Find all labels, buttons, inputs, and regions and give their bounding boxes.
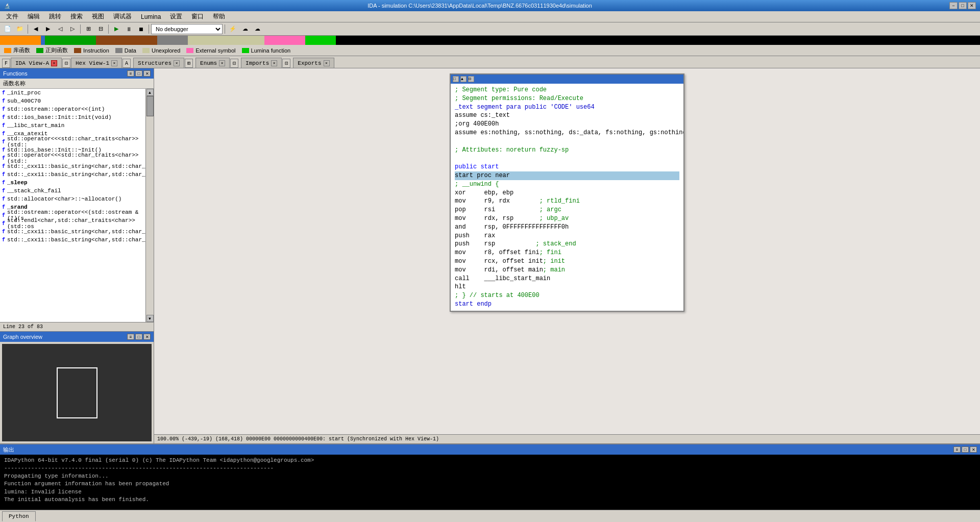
close-button[interactable]: ✕	[968, 2, 976, 9]
nav-bar	[0, 36, 980, 45]
functions-list[interactable]: f_init_procfsub_400C70fstd::ostream::ope…	[0, 89, 145, 322]
code-content[interactable]: ; Segment type: Pure code ; Segment perm…	[451, 84, 683, 311]
legend-unexplored-color	[142, 48, 150, 53]
toolbar-forward2[interactable]: ▷	[67, 24, 78, 34]
menu-item-搜索[interactable]: 搜索	[66, 11, 87, 22]
function-item[interactable]: fstd::_cxx11::basic_string<char,std::cha…	[0, 162, 145, 170]
menu-item-Lumina[interactable]: Lumina	[137, 12, 165, 21]
tab-imports-close[interactable]: ✕	[271, 60, 277, 66]
menu-item-跳转[interactable]: 跳转	[45, 11, 65, 22]
menu-item-调试器[interactable]: 调试器	[109, 11, 136, 22]
function-item[interactable]: fstd::allocator<char>::~allocator()	[0, 195, 145, 203]
imports-icon[interactable]: ⊡	[282, 59, 290, 68]
function-item[interactable]: f_init_proc	[0, 89, 145, 97]
tab-ida-view[interactable]: IDA View-A ✕	[11, 58, 62, 68]
toolbar-btn1[interactable]: ⊞	[83, 24, 94, 34]
code-window-icon3[interactable]: ⊟	[468, 76, 474, 82]
functions-scrollbar[interactable]: ▲ ▼	[145, 89, 154, 322]
toolbar-pause[interactable]: ⏸	[123, 24, 134, 34]
function-item[interactable]: fstd::_cxx11::basic_string<char,std::cha…	[0, 228, 145, 236]
code-comment-7: ; ubp_av	[540, 214, 569, 223]
structures-icon[interactable]: ⊞	[185, 59, 193, 68]
menu-item-窗口[interactable]: 窗口	[187, 11, 208, 22]
toolbar-back[interactable]: ◀	[30, 24, 41, 34]
function-icon: f	[2, 107, 5, 112]
tab-structures-close[interactable]: ✕	[174, 60, 180, 66]
functions-panel-close[interactable]: ✕	[143, 70, 151, 77]
functions-icon[interactable]: F	[2, 59, 10, 68]
functions-panel-settings[interactable]: ≡	[127, 70, 134, 77]
menu-item-视图[interactable]: 视图	[88, 11, 108, 22]
ida-view-icon[interactable]: ⊡	[62, 59, 70, 68]
code-comment-8: ; stack_end	[535, 240, 576, 248]
legend-data-label: Data	[125, 47, 136, 54]
output-panel-close[interactable]: ✕	[970, 446, 977, 453]
function-item[interactable]: fstd::ostream::operator<<(int)	[0, 105, 145, 113]
function-item[interactable]: fstd::operator<<<std::char_traits<char>>…	[0, 154, 145, 162]
code-window-icon2[interactable]: ▲	[460, 76, 467, 82]
menu-item-文件[interactable]: 文件	[2, 11, 22, 22]
enums-icon[interactable]: ⊡	[230, 59, 238, 68]
title-text: IDA - simulation C:\Users\23831\AppData\…	[368, 3, 592, 9]
function-item[interactable]: fstd::endl<char,std::char_traits<char>>(…	[0, 219, 145, 228]
python-tab[interactable]: Python	[2, 511, 36, 521]
function-icon: f	[2, 180, 5, 186]
toolbar-run[interactable]: ▶	[111, 24, 122, 34]
function-item[interactable]: fstd::operator<<<std::char_traits<char>>…	[0, 138, 145, 146]
scroll-thumb[interactable]	[146, 96, 154, 116]
minimize-button[interactable]: −	[949, 2, 958, 9]
output-area[interactable]: IDAPython 64-bit v7.4.0 final (serial 0)…	[0, 455, 980, 510]
toolbar-lumina1[interactable]: ⚡	[227, 24, 238, 34]
toolbar-new[interactable]: 📄	[2, 24, 13, 34]
tab-hex-view-close[interactable]: ✕	[111, 60, 117, 66]
functions-panel-buttons: ≡ □ ✕	[127, 70, 151, 77]
function-item[interactable]: fstd::_cxx11::basic_string<char,std::cha…	[0, 170, 145, 179]
code-comment-6: ; argc	[540, 206, 561, 214]
graph-panel-float[interactable]: □	[135, 334, 142, 340]
tab-exports-close[interactable]: ✕	[324, 60, 330, 66]
debugger-select[interactable]: No debugger	[151, 24, 223, 34]
tab-imports[interactable]: Imports ✕	[241, 58, 282, 68]
legend-bar: 库函数 正则函数 Instruction Data Unexplored Ext…	[0, 45, 980, 56]
code-line-9	[455, 154, 679, 163]
toolbar-open[interactable]: 📁	[14, 24, 26, 34]
menu-item-编辑[interactable]: 编辑	[23, 11, 44, 22]
tab-enums-close[interactable]: ✕	[219, 60, 225, 66]
menu-item-设置[interactable]: 设置	[166, 11, 186, 22]
output-panel-titlebar: 输出 ≡ □ ✕	[0, 444, 980, 455]
graph-panel-settings[interactable]: ≡	[127, 334, 134, 340]
graph-panel-close[interactable]: ✕	[143, 334, 151, 340]
tab-ida-view-close[interactable]: ✕	[51, 60, 57, 66]
tab-exports[interactable]: Exports ✕	[293, 58, 334, 68]
scroll-up-btn[interactable]: ▲	[146, 89, 154, 96]
toolbar-stop[interactable]: ⏹	[135, 24, 146, 34]
toolbar-lumina3[interactable]: ☁	[252, 24, 263, 34]
toolbar-lumina2[interactable]: ☁	[239, 24, 251, 34]
code-window-icon1[interactable]: □	[453, 76, 459, 82]
maximize-button[interactable]: □	[959, 2, 967, 9]
output-panel-settings[interactable]: ≡	[953, 446, 961, 453]
function-item[interactable]: fsub_400C70	[0, 97, 145, 105]
title-bar-icon: 🔬	[4, 3, 10, 9]
code-public: public start	[455, 163, 499, 171]
toolbar-forward[interactable]: ▶	[42, 24, 54, 34]
function-item[interactable]: fstd::ios_base::Init::Init(void)	[0, 113, 145, 121]
legend-lumina-label: Lumina function	[251, 47, 291, 54]
function-item[interactable]: f__stack_chk_fail	[0, 187, 145, 195]
tab-structures[interactable]: Structures ✕	[133, 58, 184, 68]
legend-external-color	[186, 48, 193, 53]
nav-instr-segment	[96, 36, 157, 45]
tab-enums[interactable]: Enums ✕	[195, 58, 230, 68]
tab-hex-view[interactable]: Hex View-1 ✕	[71, 58, 122, 68]
function-item[interactable]: f_sleep	[0, 179, 145, 187]
hex-view-icon[interactable]: A	[122, 59, 131, 68]
menu-item-帮助[interactable]: 帮助	[209, 11, 229, 22]
functions-panel-float[interactable]: □	[135, 70, 142, 77]
toolbar-btn2[interactable]: ⊟	[95, 24, 106, 34]
output-panel-float[interactable]: □	[962, 446, 969, 453]
function-item[interactable]: f__libc_start_main	[0, 121, 145, 130]
toolbar-back2[interactable]: ◁	[55, 24, 66, 34]
function-item[interactable]: fstd::_cxx11::basic_string<char,std::cha…	[0, 236, 145, 244]
tab-ida-view-label: IDA View-A	[15, 60, 49, 66]
scroll-down-btn[interactable]: ▼	[146, 315, 154, 322]
